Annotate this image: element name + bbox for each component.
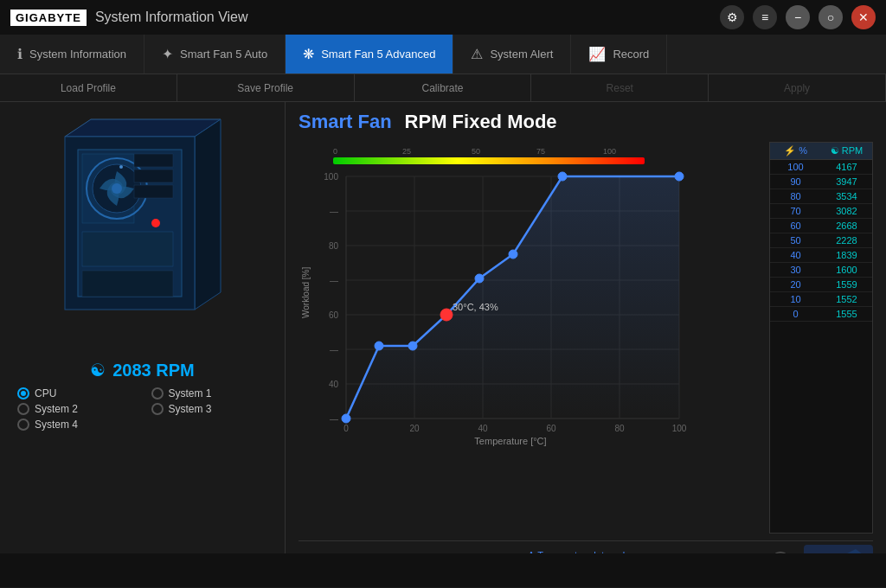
rpm-cell-pct: 90 (770, 175, 821, 189)
save-profile-button[interactable]: Save Profile (177, 74, 355, 101)
nav-tabs: ℹ System Information ✦ Smart Fan 5 Auto … (0, 35, 886, 74)
alert-icon: ⚠ (471, 46, 483, 62)
rpm-cell-pct: 60 (770, 219, 821, 233)
tab-system-alert[interactable]: ⚠ System Alert (453, 35, 571, 74)
svg-point-14 (119, 165, 123, 169)
fan-option-system2[interactable]: System 2 (17, 403, 134, 415)
svg-text:100: 100 (324, 172, 338, 182)
fan-option-system3-label: System 3 (169, 403, 212, 415)
fan-option-system4[interactable]: System 4 (17, 419, 134, 431)
rpm-cell-rpm: 1559 (821, 278, 872, 291)
reset-button[interactable]: Reset (531, 74, 709, 101)
rpm-col-percent-header: ⚡ % (770, 143, 821, 160)
tab-smart-fan-auto-label: Smart Fan 5 Auto (180, 48, 267, 61)
svg-rect-8 (134, 154, 173, 167)
rpm-row: 201559 (770, 278, 872, 292)
svg-text:—: — (330, 276, 338, 285)
svg-point-53 (375, 342, 383, 350)
gigabyte-logo: GIGABYTE (10, 10, 87, 26)
tab-system-info[interactable]: ℹ System Information (0, 35, 144, 74)
title-bar: GIGABYTE System Information View ⚙ ≡ − ○… (0, 0, 886, 35)
svg-text:0: 0 (343, 424, 349, 433)
tab-system-alert-label: System Alert (490, 48, 553, 61)
restore-button[interactable]: ○ (819, 5, 843, 29)
minimize-button[interactable]: − (786, 5, 810, 29)
chart-area[interactable]: 0 25 50 75 100 (299, 142, 762, 534)
tab-smart-fan-advanced-label: Smart Fan 5 Advanced (321, 48, 435, 61)
svg-text:80: 80 (614, 424, 625, 433)
rpm-rows-container: 1004167903947803534703082602668502228401… (770, 160, 872, 322)
reflection (0, 553, 886, 588)
load-profile-button[interactable]: Load Profile (0, 74, 177, 101)
rpm-cell-rpm: 1555 (821, 307, 872, 321)
rpm-table: ⚡ % ☯ RPM 100416790394780353470308260266… (769, 142, 873, 534)
rpm-value: 2083 RPM (112, 361, 195, 380)
app-title: System Information View (95, 10, 248, 25)
fan-option-cpu-label: CPU (35, 387, 56, 399)
rpm-cell-pct: 100 (770, 160, 821, 174)
fan-option-system4-label: System 4 (35, 419, 78, 431)
svg-point-58 (558, 172, 567, 181)
svg-marker-1 (195, 119, 221, 310)
tab-record[interactable]: 📈 Record (571, 35, 667, 74)
title-bar-left: GIGABYTE System Information View (10, 10, 248, 26)
percent-icon: ⚡ (784, 145, 796, 156)
fan-option-cpu[interactable]: CPU (17, 387, 134, 399)
svg-text:30°C, 43%: 30°C, 43% (453, 302, 498, 312)
apply-button[interactable]: Apply (709, 74, 886, 101)
fan-option-system3[interactable]: System 3 (151, 403, 268, 415)
svg-text:80: 80 (329, 241, 339, 251)
percent-label: % (799, 145, 807, 156)
rpm-row: 1004167 (770, 160, 872, 175)
fan-advanced-icon: ❋ (303, 46, 314, 62)
svg-text:75: 75 (536, 147, 545, 156)
svg-text:100: 100 (603, 147, 616, 156)
svg-text:—: — (330, 207, 338, 216)
radio-system4 (17, 419, 29, 431)
calibrate-button[interactable]: Calibrate (355, 74, 532, 101)
record-icon: 📈 (588, 46, 606, 62)
close-button[interactable]: ✕ (851, 5, 876, 29)
svg-text:Temperature [°C]: Temperature [°C] (474, 436, 546, 446)
main-content: ☯ 2083 RPM CPU System 1 System 2 System … (0, 102, 886, 588)
fan-option-system1-label: System 1 (169, 387, 212, 399)
rpm-cell-pct: 80 (770, 189, 821, 203)
radio-system3 (151, 403, 164, 415)
fan-chart-svg[interactable]: 0 25 50 75 100 (299, 142, 714, 462)
fan-rpm-icon: ☯ (90, 360, 106, 380)
fan-option-system2-label: System 2 (35, 403, 78, 415)
svg-point-56 (475, 274, 484, 283)
tab-record-label: Record (613, 48, 649, 61)
window-controls: ⚙ ≡ − ○ ✕ (720, 5, 876, 29)
right-panel: Smart Fan RPM Fixed Mode (286, 102, 886, 588)
svg-text:60: 60 (546, 424, 556, 433)
rpm-row: 803534 (770, 189, 872, 204)
rpm-cell-pct: 70 (770, 204, 821, 218)
svg-text:100: 100 (672, 424, 687, 433)
list-button[interactable]: ≡ (753, 5, 777, 29)
svg-rect-9 (134, 169, 173, 182)
toolbar: Load Profile Save Profile Calibrate Rese… (0, 74, 886, 102)
rpm-row: 602668 (770, 219, 872, 233)
rpm-row: 703082 (770, 204, 872, 219)
tab-smart-fan-advanced[interactable]: ❋ Smart Fan 5 Advanced (286, 35, 453, 74)
rpm-cell-rpm: 3534 (821, 189, 872, 203)
fan-option-system1[interactable]: System 1 (151, 387, 268, 399)
settings-button[interactable]: ⚙ (720, 5, 744, 29)
rpm-table-header: ⚡ % ☯ RPM (770, 143, 872, 160)
svg-text:40: 40 (329, 380, 339, 389)
svg-rect-12 (82, 271, 173, 297)
chart-title-mode: RPM Fixed Mode (405, 111, 557, 133)
svg-point-54 (408, 342, 417, 350)
radio-system2 (17, 403, 29, 415)
chart-header: Smart Fan RPM Fixed Mode (299, 111, 873, 133)
svg-point-57 (509, 250, 517, 259)
tab-smart-fan-auto[interactable]: ✦ Smart Fan 5 Auto (144, 35, 286, 74)
rpm-cell-pct: 40 (770, 248, 821, 262)
active-data-point[interactable] (440, 309, 453, 321)
pc-visualization (22, 111, 264, 353)
svg-text:—: — (330, 414, 338, 424)
rpm-label: RPM (842, 145, 863, 156)
left-panel: ☯ 2083 RPM CPU System 1 System 2 System … (0, 102, 286, 588)
rpm-cell-rpm: 3947 (821, 175, 872, 189)
